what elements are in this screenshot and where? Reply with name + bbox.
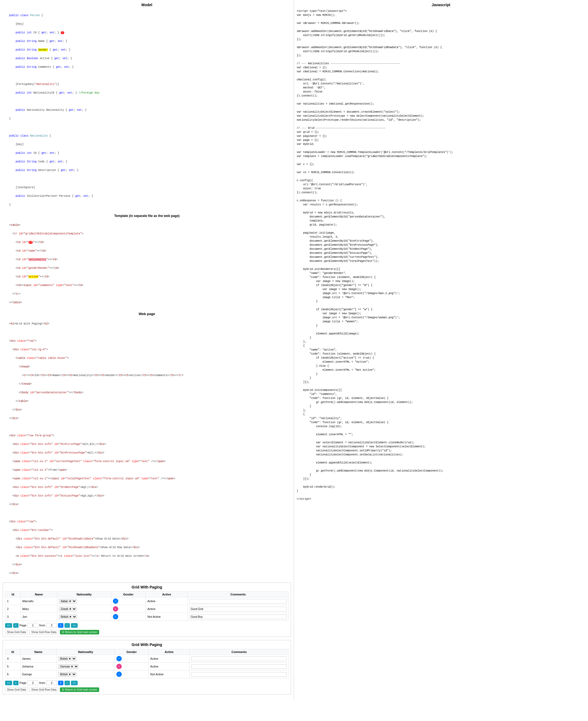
col-header-name: Name (20, 592, 57, 597)
from-label-2: from (39, 681, 45, 684)
total-pages-input[interactable] (46, 623, 57, 628)
col-header-id: Id (5, 649, 20, 655)
table-row: 2 Mary Greek ▼ ♀ Active (5, 605, 289, 613)
cell-nationality[interactable]: German ▼ (57, 663, 115, 671)
nationality-select[interactable]: British ▼ (58, 672, 76, 677)
cell-comments[interactable] (188, 613, 288, 621)
right-panel: Javascript <script type="text/javascript… (294, 0, 588, 700)
show-grid-data-button-2[interactable]: Show Grid Data (5, 687, 28, 692)
grid-table-2: Id Name Nationality Gender Active Commen… (5, 649, 289, 678)
table-row: 3 Jon British ▼ ♂ Not Active (5, 613, 289, 621)
cell-active: Not Active (149, 671, 190, 678)
cell-nationality[interactable]: British ▼ (57, 671, 115, 678)
cell-comments[interactable] (190, 655, 289, 663)
current-page-input-2[interactable] (27, 680, 38, 685)
cell-name: James (20, 655, 57, 663)
cell-comments[interactable] (188, 597, 288, 605)
next-page-btn-2[interactable]: > (64, 681, 70, 685)
page-label-2: Page (20, 681, 27, 684)
show-grid-row-data-button-2[interactable]: Show Grid Row Data (29, 687, 58, 692)
webpage-html-code: <h2>Grid With Paging</h2> <div class="ro… (3, 317, 291, 580)
template-label: Template (in separate file as the web pa… (3, 214, 291, 218)
cell-gender: ♀ (114, 663, 148, 671)
cell-gender: ♂ (114, 655, 148, 663)
last-page-button[interactable]: >> (71, 623, 78, 628)
left-panel: Model public class Person { [Key] public… (0, 0, 294, 700)
next-page-btn[interactable]: > (64, 623, 70, 628)
gender-icon-m: ♂ (117, 672, 122, 677)
col-header-nationality: Nationality (57, 649, 115, 655)
grid-table-1: Id Name Nationality Gender Active Commen… (5, 592, 289, 621)
first-page-button-2[interactable]: << (5, 681, 12, 685)
nationality-select[interactable]: Greek ▼ (59, 607, 77, 611)
col-header-comments: Comments (190, 649, 289, 655)
next-page-button[interactable]: 1 (58, 623, 63, 628)
cell-id: 2 (5, 605, 21, 613)
nationality-select[interactable]: British ▼ (59, 615, 77, 619)
grid-section-1: Grid With Paging Id Name Nationality Gen… (3, 582, 291, 637)
comments-input[interactable] (191, 664, 287, 669)
gender-icon-f: ♀ (117, 664, 122, 669)
cell-active: Active (149, 663, 190, 671)
cell-comments[interactable] (188, 605, 288, 613)
cell-comments[interactable] (190, 663, 289, 671)
col-header-gender: Gender (111, 592, 146, 597)
col-header-gender: Gender (114, 649, 148, 655)
cell-nationality[interactable]: Italian ▼ (57, 597, 111, 605)
pagination-row-2: << < Page from 2 > >> (5, 680, 289, 685)
model-title: Model (3, 3, 291, 7)
grid-title-1: Grid With Paging (5, 585, 289, 589)
pagination-row-1: << < Page from 1 > >> (5, 623, 289, 628)
col-header-name: Name (20, 649, 57, 655)
col-header-id: Id (5, 592, 21, 597)
page-label: Page (20, 624, 27, 627)
gender-icon-f: ♀ (113, 606, 118, 612)
last-page-button-2[interactable]: >> (71, 681, 78, 685)
webpage-label: Web page (3, 312, 291, 316)
cell-comments[interactable] (190, 671, 289, 678)
cell-active: Active (146, 605, 188, 613)
nationality-select[interactable]: Italian ▼ (59, 599, 77, 603)
gender-icon-m: ♂ (113, 598, 118, 604)
cell-name: Johanna (20, 663, 57, 671)
return-main-button[interactable]: ☰ Return to Grid main screen (60, 630, 99, 635)
col-header-comments: Comments (188, 592, 288, 597)
cell-gender: ♂ (114, 671, 148, 678)
first-page-button[interactable]: << (5, 623, 12, 628)
cell-nationality[interactable]: Greek ▼ (57, 605, 111, 613)
cell-active: Not Active (146, 613, 188, 621)
current-page-input[interactable] (27, 623, 38, 628)
cell-gender: ♀ (111, 605, 146, 613)
cell-name: Jon (20, 613, 57, 621)
toolbar-row-1: Show Grid Data Show Grid Row Data ☰ Retu… (5, 630, 289, 635)
prev-page-button-2[interactable]: < (13, 681, 19, 685)
cell-id: 6 (5, 671, 20, 678)
grid-title-2: Grid With Paging (5, 642, 289, 647)
cell-gender: ♂ (111, 597, 146, 605)
comments-input[interactable] (189, 607, 287, 611)
total-pages-input-2[interactable] (46, 680, 57, 685)
cell-nationality[interactable]: British ▼ (57, 613, 111, 621)
comments-input[interactable] (191, 672, 287, 677)
cell-id: 5 (5, 663, 20, 671)
return-main-button-2[interactable]: ☰ Return to Grid main screen (60, 687, 99, 692)
cell-gender: ♂ (111, 613, 146, 621)
comments-input[interactable] (189, 615, 287, 619)
cell-id: 3 (5, 613, 21, 621)
show-grid-data-button[interactable]: Show Grid Data (5, 630, 28, 635)
table-row: 1 Marcello Italian ▼ ♂ Active (5, 597, 289, 605)
template-code: <table> <tr id="gridWithEditableComponen… (3, 219, 291, 309)
js-title: Javascript (297, 3, 585, 7)
gender-icon-m: ♂ (117, 656, 122, 661)
cell-nationality[interactable]: British ▼ (57, 655, 115, 663)
nationality-select[interactable]: British ▼ (58, 657, 76, 661)
prev-page-button[interactable]: < (13, 623, 19, 628)
cell-id: 4 (5, 655, 20, 663)
nationality-select[interactable]: German ▼ (58, 664, 79, 669)
comments-input[interactable] (189, 599, 287, 603)
from-label: from (39, 624, 45, 627)
show-grid-row-data-button[interactable]: Show Grid Row Data (29, 630, 58, 635)
comments-input[interactable] (191, 657, 287, 661)
js-code: <script type="text/javascript"> var m2ej… (297, 9, 585, 501)
page-num-btn-2[interactable]: 2 (58, 681, 63, 685)
